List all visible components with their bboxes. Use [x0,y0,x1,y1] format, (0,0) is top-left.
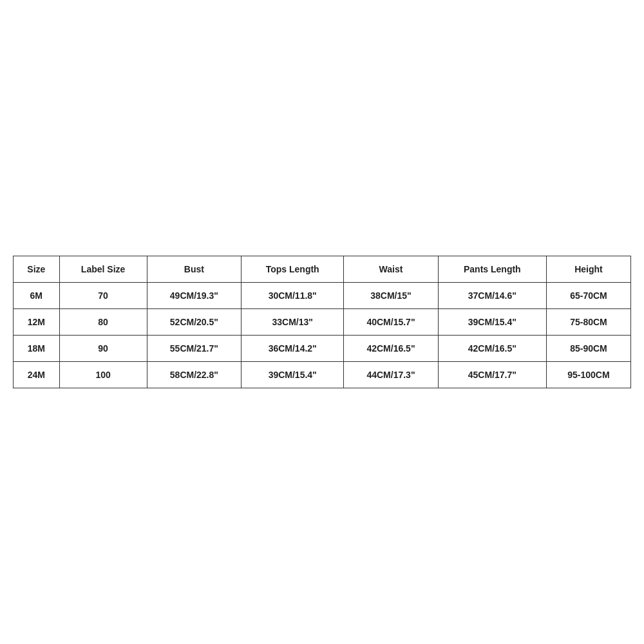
table-row: 12M8052CM/20.5"33CM/13"40CM/15.7"39CM/15… [14,309,631,336]
table-cell: 85-90CM [546,336,630,362]
table-cell: 90 [59,336,147,362]
table-cell: 45CM/17.7" [438,362,546,388]
table-cell: 95-100CM [546,362,630,388]
size-chart-table: SizeLabel SizeBustTops LengthWaistPants … [13,256,631,388]
col-header-pants-length: Pants Length [438,256,546,283]
table-cell: 70 [59,283,147,309]
table-cell: 30CM/11.8" [242,283,344,309]
table-cell: 36CM/14.2" [242,336,344,362]
table-cell: 39CM/15.4" [438,309,546,336]
col-header-height: Height [546,256,630,283]
col-header-tops-length: Tops Length [242,256,344,283]
table-cell: 80 [59,309,147,336]
col-header-bust: Bust [147,256,242,283]
table-cell: 24M [14,362,60,388]
table-cell: 75-80CM [546,309,630,336]
table-cell: 42CM/16.5" [344,336,439,362]
table-cell: 33CM/13" [242,309,344,336]
table-cell: 6M [14,283,60,309]
table-cell: 12M [14,309,60,336]
table-cell: 52CM/20.5" [147,309,242,336]
table-cell: 42CM/16.5" [438,336,546,362]
table-cell: 38CM/15" [344,283,439,309]
col-header-size: Size [14,256,60,283]
table-cell: 49CM/19.3" [147,283,242,309]
table-cell: 100 [59,362,147,388]
table-cell: 18M [14,336,60,362]
col-header-label-size: Label Size [59,256,147,283]
header-row: SizeLabel SizeBustTops LengthWaistPants … [14,256,631,283]
table-cell: 44CM/17.3" [344,362,439,388]
table-cell: 55CM/21.7" [147,336,242,362]
col-header-waist: Waist [344,256,439,283]
table-cell: 58CM/22.8" [147,362,242,388]
table-cell: 39CM/15.4" [242,362,344,388]
table-container: SizeLabel SizeBustTops LengthWaistPants … [13,256,631,388]
table-row: 6M7049CM/19.3"30CM/11.8"38CM/15"37CM/14.… [14,283,631,309]
table-cell: 65-70CM [546,283,630,309]
table-cell: 37CM/14.6" [438,283,546,309]
table-row: 18M9055CM/21.7"36CM/14.2"42CM/16.5"42CM/… [14,336,631,362]
table-row: 24M10058CM/22.8"39CM/15.4"44CM/17.3"45CM… [14,362,631,388]
table-cell: 40CM/15.7" [344,309,439,336]
